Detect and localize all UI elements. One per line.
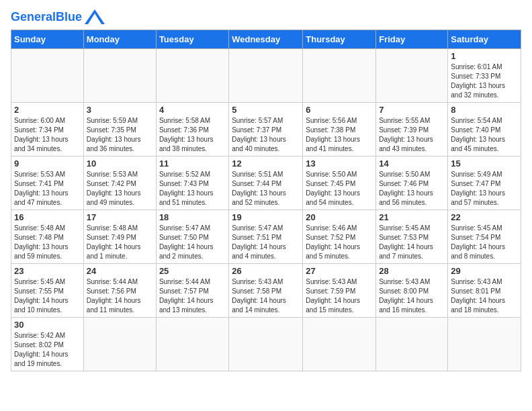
logo: GeneralBlue — [11, 11, 105, 24]
day-cell — [11, 49, 84, 103]
day-cell: 15Sunrise: 5:49 AM Sunset: 7:47 PM Dayli… — [448, 156, 521, 210]
day-number: 1 — [451, 51, 518, 61]
day-cell — [229, 318, 303, 371]
day-cell — [83, 49, 156, 103]
day-info: Sunrise: 5:50 AM Sunset: 7:45 PM Dayligh… — [306, 170, 373, 208]
day-cell: 5Sunrise: 5:57 AM Sunset: 7:37 PM Daylig… — [229, 103, 303, 156]
day-cell: 26Sunrise: 5:43 AM Sunset: 7:58 PM Dayli… — [229, 264, 303, 318]
day-number: 22 — [451, 212, 518, 222]
day-info: Sunrise: 5:44 AM Sunset: 7:56 PM Dayligh… — [87, 277, 153, 315]
day-number: 5 — [232, 105, 300, 115]
day-info: Sunrise: 5:46 AM Sunset: 7:52 PM Dayligh… — [306, 224, 373, 261]
day-cell: 3Sunrise: 5:59 AM Sunset: 7:35 PM Daylig… — [83, 103, 156, 156]
weekday-header-friday: Friday — [376, 30, 448, 49]
day-number: 21 — [379, 212, 445, 222]
logo-text: GeneralBlue — [11, 11, 82, 24]
day-info: Sunrise: 5:43 AM Sunset: 7:59 PM Dayligh… — [306, 277, 373, 315]
header: GeneralBlue — [11, 11, 521, 24]
weekday-header-monday: Monday — [83, 30, 156, 49]
day-number: 20 — [306, 212, 373, 222]
day-info: Sunrise: 6:01 AM Sunset: 7:33 PM Dayligh… — [451, 62, 518, 100]
calendar-table: SundayMondayTuesdayWednesdayThursdayFrid… — [11, 30, 521, 371]
day-cell — [156, 318, 228, 371]
day-info: Sunrise: 5:48 AM Sunset: 7:49 PM Dayligh… — [87, 224, 153, 261]
day-info: Sunrise: 5:53 AM Sunset: 7:41 PM Dayligh… — [14, 170, 81, 208]
day-cell: 14Sunrise: 5:50 AM Sunset: 7:46 PM Dayli… — [376, 156, 448, 210]
day-number: 14 — [379, 158, 445, 169]
day-number: 13 — [306, 158, 373, 169]
day-number: 18 — [159, 212, 226, 222]
weekday-header-wednesday: Wednesday — [229, 30, 303, 49]
logo-general: General — [11, 10, 56, 24]
day-info: Sunrise: 5:47 AM Sunset: 7:51 PM Dayligh… — [232, 224, 300, 261]
day-cell: 1Sunrise: 6:01 AM Sunset: 7:33 PM Daylig… — [448, 49, 521, 103]
day-number: 10 — [87, 158, 153, 169]
day-number: 7 — [379, 105, 445, 115]
day-cell: 27Sunrise: 5:43 AM Sunset: 7:59 PM Dayli… — [303, 264, 376, 318]
day-cell: 7Sunrise: 5:55 AM Sunset: 7:39 PM Daylig… — [376, 103, 448, 156]
day-cell: 19Sunrise: 5:47 AM Sunset: 7:51 PM Dayli… — [229, 210, 303, 264]
day-info: Sunrise: 5:55 AM Sunset: 7:39 PM Dayligh… — [379, 116, 445, 154]
day-number: 24 — [87, 266, 153, 276]
day-cell — [156, 49, 228, 103]
day-info: Sunrise: 5:52 AM Sunset: 7:43 PM Dayligh… — [159, 170, 226, 208]
day-cell: 9Sunrise: 5:53 AM Sunset: 7:41 PM Daylig… — [11, 156, 84, 210]
day-info: Sunrise: 5:44 AM Sunset: 7:57 PM Dayligh… — [159, 277, 226, 315]
day-number: 2 — [14, 105, 81, 115]
day-cell — [83, 318, 156, 371]
day-info: Sunrise: 5:49 AM Sunset: 7:47 PM Dayligh… — [451, 170, 518, 208]
day-number: 23 — [14, 266, 81, 276]
day-info: Sunrise: 5:58 AM Sunset: 7:36 PM Dayligh… — [159, 116, 226, 154]
day-info: Sunrise: 5:43 AM Sunset: 8:01 PM Dayligh… — [451, 277, 518, 315]
day-info: Sunrise: 6:00 AM Sunset: 7:34 PM Dayligh… — [14, 116, 81, 154]
day-info: Sunrise: 5:47 AM Sunset: 7:50 PM Dayligh… — [159, 224, 226, 261]
week-row-4: 16Sunrise: 5:48 AM Sunset: 7:48 PM Dayli… — [11, 210, 521, 264]
day-cell: 17Sunrise: 5:48 AM Sunset: 7:49 PM Dayli… — [83, 210, 156, 264]
week-row-6: 30Sunrise: 5:42 AM Sunset: 8:02 PM Dayli… — [11, 318, 521, 371]
day-cell: 21Sunrise: 5:45 AM Sunset: 7:53 PM Dayli… — [376, 210, 448, 264]
day-number: 30 — [14, 320, 81, 330]
day-info: Sunrise: 5:51 AM Sunset: 7:44 PM Dayligh… — [232, 170, 300, 208]
day-cell: 29Sunrise: 5:43 AM Sunset: 8:01 PM Dayli… — [448, 264, 521, 318]
day-number: 27 — [306, 266, 373, 276]
calendar-container: GeneralBlue SundayMondayTuesdayWednesday… — [0, 0, 532, 411]
day-info: Sunrise: 5:45 AM Sunset: 7:53 PM Dayligh… — [379, 224, 445, 261]
day-cell: 11Sunrise: 5:52 AM Sunset: 7:43 PM Dayli… — [156, 156, 228, 210]
day-cell — [448, 318, 521, 371]
day-info: Sunrise: 5:54 AM Sunset: 7:40 PM Dayligh… — [451, 116, 518, 154]
week-row-2: 2Sunrise: 6:00 AM Sunset: 7:34 PM Daylig… — [11, 103, 521, 156]
day-number: 4 — [159, 105, 226, 115]
day-number: 6 — [306, 105, 373, 115]
weekday-header-sunday: Sunday — [11, 30, 84, 49]
day-cell: 18Sunrise: 5:47 AM Sunset: 7:50 PM Dayli… — [156, 210, 228, 264]
logo-icon — [85, 9, 105, 24]
day-number: 17 — [87, 212, 153, 222]
day-info: Sunrise: 5:45 AM Sunset: 7:55 PM Dayligh… — [14, 277, 81, 315]
day-number: 26 — [232, 266, 300, 276]
day-info: Sunrise: 5:45 AM Sunset: 7:54 PM Dayligh… — [451, 224, 518, 261]
day-cell: 2Sunrise: 6:00 AM Sunset: 7:34 PM Daylig… — [11, 103, 84, 156]
day-cell — [303, 49, 376, 103]
week-row-5: 23Sunrise: 5:45 AM Sunset: 7:55 PM Dayli… — [11, 264, 521, 318]
day-cell: 10Sunrise: 5:53 AM Sunset: 7:42 PM Dayli… — [83, 156, 156, 210]
weekday-header-tuesday: Tuesday — [156, 30, 228, 49]
day-number: 12 — [232, 158, 300, 169]
day-info: Sunrise: 5:43 AM Sunset: 7:58 PM Dayligh… — [232, 277, 300, 315]
day-cell: 8Sunrise: 5:54 AM Sunset: 7:40 PM Daylig… — [448, 103, 521, 156]
day-info: Sunrise: 5:50 AM Sunset: 7:46 PM Dayligh… — [379, 170, 445, 208]
logo-blue: Blue — [56, 10, 82, 24]
day-info: Sunrise: 5:57 AM Sunset: 7:37 PM Dayligh… — [232, 116, 300, 154]
day-number: 9 — [14, 158, 81, 169]
day-cell: 12Sunrise: 5:51 AM Sunset: 7:44 PM Dayli… — [229, 156, 303, 210]
day-number: 29 — [451, 266, 518, 276]
day-info: Sunrise: 5:59 AM Sunset: 7:35 PM Dayligh… — [87, 116, 153, 154]
weekday-header-row: SundayMondayTuesdayWednesdayThursdayFrid… — [11, 30, 521, 49]
week-row-1: 1Sunrise: 6:01 AM Sunset: 7:33 PM Daylig… — [11, 49, 521, 103]
day-cell: 28Sunrise: 5:43 AM Sunset: 8:00 PM Dayli… — [376, 264, 448, 318]
day-cell — [376, 49, 448, 103]
day-cell: 30Sunrise: 5:42 AM Sunset: 8:02 PM Dayli… — [11, 318, 84, 371]
day-cell — [229, 49, 303, 103]
day-info: Sunrise: 5:43 AM Sunset: 8:00 PM Dayligh… — [379, 277, 445, 315]
day-cell: 6Sunrise: 5:56 AM Sunset: 7:38 PM Daylig… — [303, 103, 376, 156]
week-row-3: 9Sunrise: 5:53 AM Sunset: 7:41 PM Daylig… — [11, 156, 521, 210]
